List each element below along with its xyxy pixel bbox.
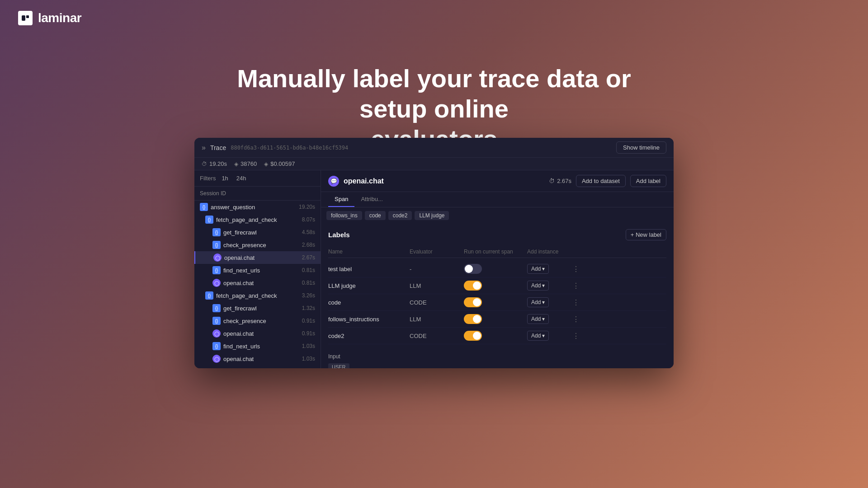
label-add-button[interactable]: Add ▾ [527, 281, 549, 291]
chevron-icon: ▾ [542, 282, 545, 289]
label-row-toggle-container [464, 331, 527, 341]
time-1h-button[interactable]: 1h [219, 174, 230, 183]
trace-item[interactable]: ◯openai.chat0.91s [194, 327, 321, 340]
trace-item[interactable]: {}get_firecrawl4.58s [194, 226, 321, 239]
trace-item[interactable]: ◯openai.chat1.03s [194, 352, 321, 365]
new-label-button[interactable]: + New label [626, 229, 666, 240]
labels-title: Labels [328, 231, 350, 239]
chevron-icon: ▾ [542, 333, 545, 339]
chevron-icon: ▾ [542, 299, 545, 305]
expand-icon: » [202, 144, 206, 152]
col-name: Name [328, 249, 410, 255]
svg-rect-1 [26, 15, 29, 18]
trace-item[interactable]: ◯openai.chat0.81s [194, 277, 321, 289]
label-chip[interactable]: code [365, 211, 386, 220]
svg-rect-0 [22, 15, 25, 21]
top-bar-left: » Trace 880fd6a3-d611-5651-bd6a-b48e16cf… [202, 144, 348, 152]
trace-label: Trace [210, 144, 226, 151]
session-header: Session ID [194, 187, 321, 201]
trace-item-name: get_firecrawl [223, 305, 299, 312]
label-toggle[interactable] [464, 264, 482, 274]
input-section: Input USER TEXT ▾ ⤢ [321, 350, 674, 368]
col-add: Add instance [527, 249, 572, 255]
trace-item[interactable]: {}fetch_page_and_check3.26s [194, 289, 321, 302]
add-label-button[interactable]: Add label [630, 175, 666, 187]
stat-cost-value: $0.00597 [270, 160, 295, 167]
trace-item-duration: 8.07s [302, 216, 315, 223]
trace-item[interactable]: {}get_firecrawl1.32s [194, 302, 321, 314]
trace-sidebar: Filters 1h 24h Session ID {}answer_quest… [194, 170, 321, 368]
label-more-button[interactable]: ⋮ [572, 265, 580, 273]
trace-item-name: openai.chat [223, 280, 299, 286]
label-row: code2CODEAdd ▾⋮ [328, 328, 666, 344]
circle-icon: ◯ [213, 253, 222, 262]
bracket-icon: {} [212, 342, 221, 350]
label-row-evaluator: - [410, 266, 464, 272]
span-icon: 💬 [328, 176, 339, 187]
label-add-button[interactable]: Add ▾ [527, 297, 549, 307]
label-chip[interactable]: code2 [388, 211, 412, 220]
trace-item-duration: 0.81s [302, 280, 315, 286]
trace-item-duration: 0.91s [302, 330, 315, 337]
label-row: codeCODEAdd ▾⋮ [328, 294, 666, 311]
tab-span[interactable]: Span [328, 192, 354, 207]
show-timeline-button[interactable]: Show timeline [616, 141, 666, 154]
label-more-button[interactable]: ⋮ [572, 298, 580, 307]
label-more-button[interactable]: ⋮ [572, 332, 580, 340]
bracket-icon: {} [205, 291, 213, 300]
label-chip[interactable]: follows_ins [326, 211, 362, 220]
trace-tree: {}answer_question19.20s{}fetch_page_and_… [194, 201, 321, 365]
logo-icon [18, 11, 33, 25]
trace-item-duration: 1.32s [302, 305, 315, 311]
stat-tokens-value: 38760 [241, 160, 257, 167]
trace-item-name: check_presence [223, 318, 299, 324]
label-toggle[interactable] [464, 281, 482, 291]
label-toggle[interactable] [464, 331, 482, 341]
label-more-button[interactable]: ⋮ [572, 315, 580, 324]
trace-item[interactable]: {}find_next_urls0.81s [194, 264, 321, 277]
col-run: Run on current span [464, 249, 527, 255]
trace-item-duration: 0.91s [302, 318, 315, 324]
bracket-icon: {} [212, 317, 221, 325]
label-toggle[interactable] [464, 314, 482, 324]
trace-item[interactable]: {}check_presence0.91s [194, 314, 321, 327]
add-to-dataset-button[interactable]: Add to dataset [576, 175, 626, 187]
label-row-name: code [328, 299, 410, 306]
brand-name: laminar [38, 11, 81, 25]
bracket-icon: {} [200, 203, 208, 211]
span-header: 💬 openai.chat ⏱ 2.67s Add to dataset Add… [321, 170, 674, 192]
stats-bar: ⏱ 19.20s ◈ 38760 ◈ $0.00597 [194, 158, 674, 170]
trace-item[interactable]: {}check_presence2.68s [194, 239, 321, 251]
label-add-button[interactable]: Add ▾ [527, 264, 549, 274]
chevron-icon: ▾ [542, 266, 545, 272]
label-more-button[interactable]: ⋮ [572, 282, 580, 290]
label-row-name: code2 [328, 333, 410, 339]
trace-item-name: answer_question [211, 204, 296, 211]
trace-item-duration: 1.03s [302, 356, 315, 362]
label-add-button[interactable]: Add ▾ [527, 314, 549, 324]
bracket-icon: {} [205, 216, 213, 224]
trace-item[interactable]: {}fetch_page_and_check8.07s [194, 213, 321, 226]
trace-item[interactable]: {}find_next_urls1.03s [194, 340, 321, 352]
content-area: Filters 1h 24h Session ID {}answer_quest… [194, 170, 674, 368]
bracket-icon: {} [212, 304, 221, 312]
label-row-evaluator: LLM [410, 282, 464, 289]
circle-icon: ◯ [212, 329, 221, 338]
trace-item-name: openai.chat [223, 356, 299, 362]
label-toggle[interactable] [464, 297, 482, 307]
input-user-label: USER [328, 363, 349, 368]
label-chip[interactable]: LLM judge [415, 211, 449, 220]
trace-id: 880fd6a3-d611-5651-bd6a-b48e16cf5394 [231, 145, 348, 151]
label-add-button[interactable]: Add ▾ [527, 331, 549, 341]
label-row-name: LLM judge [328, 282, 410, 289]
label-row-evaluator: CODE [410, 299, 464, 306]
clock-icon2: ⏱ [549, 178, 555, 184]
labels-table-header: Name Evaluator Run on current span Add i… [328, 246, 666, 258]
label-row-evaluator: LLM [410, 316, 464, 323]
trace-item[interactable]: ◯openai.chat2.67s [194, 251, 321, 264]
tab-attribu[interactable]: Attribu... [354, 192, 389, 207]
time-24h-button[interactable]: 24h [234, 174, 249, 183]
trace-item-name: check_presence [223, 242, 299, 249]
trace-item[interactable]: {}answer_question19.20s [194, 201, 321, 213]
trace-item-duration: 2.67s [302, 254, 315, 261]
